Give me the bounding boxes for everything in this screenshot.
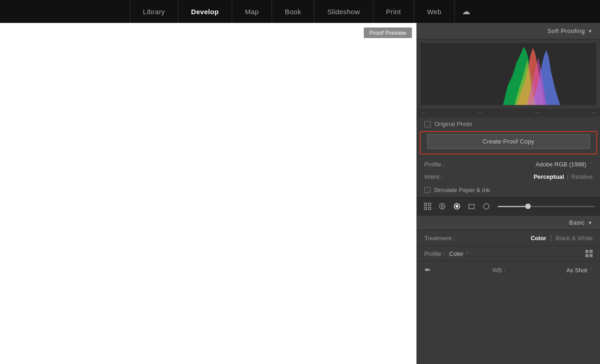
basic-profile-left: Profile : Color ⌃ (424, 250, 469, 257)
intent-info-row: Intent : Perceptual | Relative (417, 171, 600, 183)
basic-profile-value-text: Color (449, 250, 463, 257)
circle-tool-icon[interactable] (481, 201, 491, 211)
histogram-ticks: — — — — (417, 109, 600, 117)
nav-develop[interactable]: Develop (178, 0, 232, 23)
hist-tick-1: — (421, 110, 426, 115)
svg-rect-11 (469, 204, 474, 209)
basic-panel-title: Basic (569, 219, 585, 226)
intent-options: Perceptual | Relative (533, 173, 593, 180)
wb-value-text: As Shot (566, 267, 587, 274)
nav-book[interactable]: Book (272, 0, 314, 23)
profile-grid-cell-1 (585, 250, 589, 253)
hist-tick-3: — (534, 110, 539, 115)
profile-info-row: Profile : Adobe RGB (1998) ⌃ (417, 158, 600, 171)
simulate-paper-ink-label: Simulate Paper & Ink (434, 187, 490, 193)
basic-profile-chevron-icon: ⌃ (465, 251, 469, 256)
main-content: Proof Preview Soft Proofing ▼ ▢ ▢ (0, 23, 600, 364)
eyedropper-icon[interactable]: ✒ (424, 265, 431, 275)
hist-tick-4: — (591, 110, 596, 115)
profile-grid-icon[interactable] (585, 250, 593, 257)
histogram-area: ▢ ▢ (421, 43, 596, 105)
svg-rect-1 (424, 203, 427, 205)
treatment-color[interactable]: Color (531, 235, 546, 242)
intent-label: Intent : (424, 173, 443, 180)
svg-point-6 (441, 205, 443, 207)
treatment-options: Color | Black & White (531, 234, 593, 242)
intent-relative[interactable]: Relative (571, 173, 593, 180)
profile-chevron-icon: ⌃ (589, 162, 593, 167)
treatment-row: Treatment : Color | Black & White (417, 230, 600, 246)
nav-slideshow[interactable]: Slideshow (314, 0, 373, 23)
treatment-bw[interactable]: Black & White (556, 235, 593, 242)
top-navigation: Library Develop Map Book Slideshow Print… (0, 0, 600, 23)
treatment-divider: | (550, 234, 552, 242)
simulate-paper-ink-checkbox[interactable] (424, 187, 430, 193)
create-proof-copy-button[interactable]: Create Proof Copy (427, 134, 590, 149)
create-proof-wrapper: Create Proof Copy (420, 131, 597, 154)
grid-tool-icon[interactable] (422, 201, 433, 211)
basic-panel-header: Basic ▼ (417, 215, 600, 230)
rect-tool-icon[interactable] (467, 201, 477, 211)
original-photo-checkbox[interactable] (424, 121, 431, 127)
nav-map[interactable]: Map (232, 0, 272, 23)
svg-point-12 (483, 204, 489, 209)
wb-label: WB : (492, 267, 505, 274)
svg-point-10 (456, 205, 458, 208)
canvas-area: Proof Preview (0, 23, 417, 364)
profile-value-text: Adobe RGB (1998) (535, 161, 586, 168)
basic-panel-chevron-icon[interactable]: ▼ (588, 220, 593, 226)
original-photo-label: Original Photo (434, 121, 472, 127)
intent-perceptual[interactable]: Perceptual (533, 173, 564, 180)
intent-divider: | (567, 173, 568, 180)
wb-chevron-icon: ⌃ (589, 268, 593, 273)
proof-preview-badge: Proof Preview (364, 28, 412, 38)
wb-row: ✒ WB : As Shot ⌃ (417, 261, 600, 279)
target-tool-icon[interactable] (437, 201, 447, 211)
wb-value[interactable]: As Shot ⌃ (566, 267, 593, 274)
profile-grid-cell-4 (589, 254, 593, 257)
nav-print[interactable]: Print (373, 0, 414, 23)
profile-label: Profile : (424, 161, 444, 168)
soft-proofing-title: Soft Proofing (547, 28, 585, 34)
basic-profile-label: Profile : (424, 250, 444, 257)
treatment-label: Treatment : (424, 235, 455, 242)
profile-grid-cell-3 (585, 254, 589, 257)
nav-web[interactable]: Web (414, 0, 455, 23)
profile-grid-cell-2 (589, 250, 593, 253)
original-photo-row: Original Photo (417, 117, 600, 131)
cloud-icon[interactable]: ☁ (462, 6, 470, 17)
nav-library[interactable]: Library (130, 0, 178, 23)
right-panel: Soft Proofing ▼ ▢ ▢ — (417, 23, 600, 364)
svg-rect-4 (428, 207, 431, 210)
profile-value[interactable]: Adobe RGB (1998) ⌃ (535, 161, 593, 168)
histogram-chart (421, 43, 596, 105)
basic-profile-row: Profile : Color ⌃ (417, 246, 600, 261)
simulate-paper-ink-row: Simulate Paper & Ink (417, 183, 600, 197)
tool-strip (417, 197, 600, 215)
soft-proofing-chevron-icon[interactable]: ▼ (588, 28, 593, 34)
radio-tool-icon[interactable] (452, 201, 462, 211)
svg-rect-2 (428, 203, 431, 205)
hist-tick-2: — (478, 110, 483, 115)
basic-profile-value[interactable]: Color ⌃ (449, 250, 469, 257)
svg-rect-3 (424, 207, 427, 210)
soft-proofing-header: Soft Proofing ▼ (417, 23, 600, 39)
tool-slider[interactable] (498, 206, 594, 207)
